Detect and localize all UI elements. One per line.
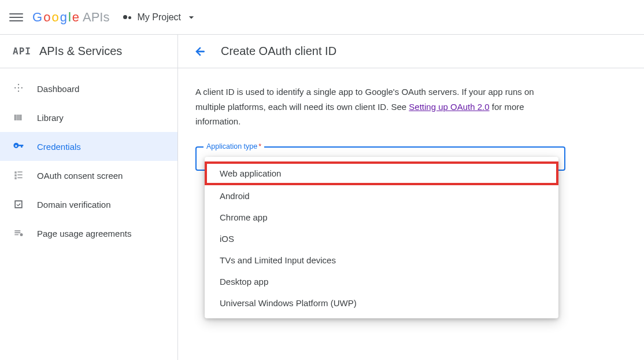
consent-icon — [13, 170, 24, 181]
sidebar-item-label: Page usage agreements — [37, 229, 131, 238]
api-product-icon: API — [13, 46, 31, 57]
dropdown-option-chrome-app[interactable]: Chrome app — [205, 207, 558, 228]
sidebar-item-label: OAuth consent screen — [37, 171, 123, 181]
project-picker[interactable]: My Project — [119, 9, 202, 25]
sidebar-header: API APIs & Services — [0, 35, 177, 68]
dashboard-icon — [13, 83, 24, 94]
setup-oauth-link[interactable]: Setting up OAuth 2.0 — [409, 102, 489, 112]
dropdown-option-ios[interactable]: iOS — [205, 228, 558, 249]
library-icon — [13, 112, 24, 123]
dropdown-option-uwp[interactable]: Universal Windows Platform (UWP) — [205, 292, 558, 314]
sidebar-item-label: Credentials — [37, 142, 81, 152]
sidebar-item-page-usage[interactable]: Page usage agreements — [0, 219, 177, 248]
sidebar-item-label: Dashboard — [37, 84, 79, 94]
dropdown-option-web-application[interactable]: Web application — [205, 161, 558, 185]
main-header: Create OAuth client ID — [178, 35, 644, 68]
main-area: Create OAuth client ID A client ID is us… — [178, 35, 644, 360]
field-label: Application type* — [203, 142, 264, 150]
application-type-field: Application type* Web application Androi… — [195, 146, 565, 171]
sidebar-item-dashboard[interactable]: Dashboard — [0, 74, 177, 103]
logo-suffix: APIs — [83, 10, 109, 25]
agreements-icon — [13, 227, 24, 239]
sidebar-title: APIs & Services — [39, 45, 122, 58]
sidebar-item-library[interactable]: Library — [0, 103, 177, 132]
verify-icon — [13, 199, 24, 210]
page-title: Create OAuth client ID — [221, 45, 336, 58]
sidebar-item-oauth-consent[interactable]: OAuth consent screen — [0, 161, 177, 190]
project-icon — [123, 13, 132, 22]
dropdown-option-tvs[interactable]: TVs and Limited Input devices — [205, 249, 558, 271]
sidebar-item-label: Library — [37, 113, 64, 123]
dropdown-option-desktop-app[interactable]: Desktop app — [205, 271, 558, 292]
back-button[interactable] — [193, 45, 207, 58]
description-text: A client ID is used to identify a single… — [195, 85, 565, 129]
sidebar-item-domain-verification[interactable]: Domain verification — [0, 190, 177, 219]
dropdown-option-android[interactable]: Android — [205, 185, 558, 207]
arrow-left-icon — [194, 45, 206, 58]
project-name: My Project — [137, 12, 181, 23]
chevron-down-icon — [186, 12, 197, 23]
sidebar-item-label: Domain verification — [37, 200, 111, 210]
menu-icon[interactable] — [9, 10, 23, 24]
sidebar-nav: Dashboard Library Credentials OAuth cons… — [0, 68, 177, 248]
top-bar: Google APIs My Project — [0, 0, 644, 35]
content: A client ID is used to identify a single… — [178, 68, 583, 171]
sidebar: API APIs & Services Dashboard Library Cr… — [0, 35, 178, 360]
key-icon — [13, 141, 24, 152]
google-apis-logo[interactable]: Google APIs — [32, 10, 109, 25]
sidebar-item-credentials[interactable]: Credentials — [0, 132, 177, 161]
application-type-dropdown: Web application Android Chrome app iOS T… — [205, 157, 558, 318]
